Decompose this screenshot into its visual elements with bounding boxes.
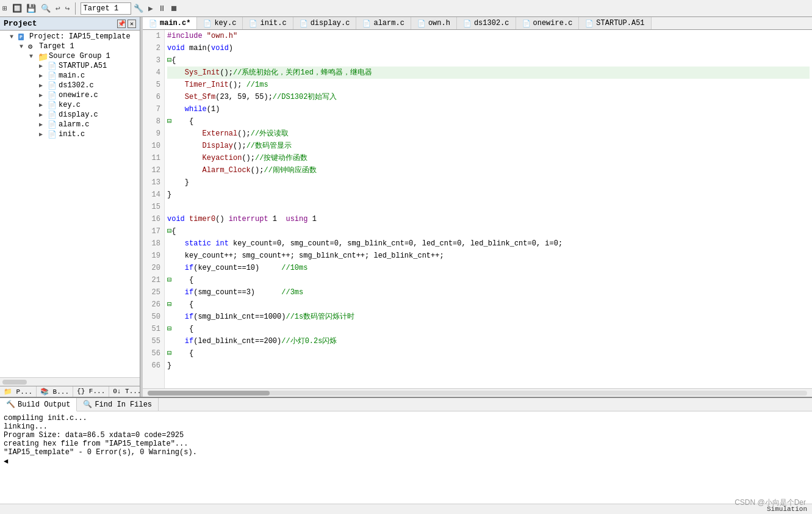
tab-own-h[interactable]: 📄 own.h: [411, 17, 457, 29]
file-icon-alarm: 📄: [48, 120, 57, 129]
tree-item-key[interactable]: ▶ 📄 key.c: [0, 100, 140, 110]
hscroll-thumb: [2, 380, 27, 385]
ln-21: 21: [146, 274, 160, 286]
a: ▶: [39, 92, 48, 99]
build-line-5: "IAP15_template" - 0 Error(s), 0 Warning…: [4, 448, 808, 457]
tab-startup[interactable]: 📄 STARTUP.A51: [579, 17, 651, 29]
tree-item-main[interactable]: ▶ 📄 main.c: [0, 71, 140, 81]
ln-17: 17: [146, 225, 160, 237]
project-panel-header: Project 📌 ✕: [0, 17, 140, 31]
tree-item-source-group[interactable]: ▼ 📁 Source Group 1: [0, 51, 140, 61]
panel-bottom-tabs: 📁 P... 📚 B... {} F... 0↓ T...: [0, 386, 140, 397]
tab-key-c[interactable]: 📄 key.c: [197, 17, 243, 29]
tab-ds1302-c[interactable]: 📄 ds1302.c: [457, 17, 516, 29]
tab-icon-startup: 📄: [585, 20, 594, 27]
code-line-51: ⊟ {: [167, 323, 810, 335]
file-startup: STARTUP.A51: [59, 62, 107, 70]
a: ▶: [39, 131, 48, 138]
code-editor[interactable]: 1 2 3 4 5 6 7 8 9 10 11 12 13 14 15 16 1: [143, 30, 812, 388]
tab-icon-key: 📄: [203, 20, 212, 27]
ln-56: 56: [146, 347, 160, 360]
ln-25: 25: [146, 286, 160, 299]
tree-item-ds1302[interactable]: ▶ 📄 ds1302.c: [0, 81, 140, 90]
code-line-17: ⊟{: [167, 225, 810, 237]
file-icon-display: 📄: [48, 110, 57, 119]
build-line-4: creating hex file from "IAP15_template".…: [4, 440, 808, 448]
bottom-tab-build[interactable]: 🔨 Build Output: [0, 398, 77, 411]
build-line-2: linking...: [4, 422, 808, 431]
file-display: display.c: [59, 110, 98, 119]
tree-item-target[interactable]: ▼ ⚙️ Target 1: [0, 42, 140, 51]
panel-tab-b[interactable]: 📚 B...: [37, 386, 73, 397]
code-line-12: Alarm_Clock();//闹钟响应函数: [167, 164, 810, 176]
project-icon: P: [18, 32, 28, 41]
panel-hscroll[interactable]: [0, 377, 140, 386]
code-line-2: void main(void): [167, 42, 810, 54]
ln-15: 15: [146, 201, 160, 213]
source-group-label: Source Group 1: [49, 52, 110, 60]
scrollbar-thumb: [148, 391, 270, 396]
tab-init-c[interactable]: 📄 init.c: [243, 17, 293, 29]
file-onewire: onewire.c: [59, 91, 98, 100]
panel-tab-f[interactable]: {} F...: [73, 386, 109, 397]
ln-11: 11: [146, 152, 160, 164]
code-line-21: ⊟ {: [167, 274, 810, 286]
tab-label-main: main.c*: [160, 19, 190, 27]
ln-2: 2: [146, 42, 160, 54]
code-line-16: void timer0() interrupt 1 using 1: [167, 213, 810, 225]
tree-item-startup[interactable]: ▶ 📄 STARTUP.A51: [0, 61, 140, 71]
toolbar-icons2: 🔧 ▶ ⏸ ⏹: [134, 4, 178, 13]
ln-50: 50: [146, 311, 160, 323]
tree-item-alarm[interactable]: ▶ 📄 alarm.c: [0, 120, 140, 129]
code-line-1: #include "own.h": [167, 30, 810, 42]
code-line-3: ⊟{: [167, 54, 810, 67]
file-key: key.c: [59, 101, 81, 109]
code-line-55: if(led_blink_cnt==200)//小灯0.2s闪烁: [167, 335, 810, 347]
panel-header-buttons: 📌 ✕: [117, 20, 136, 28]
ln-19: 19: [146, 250, 160, 262]
tab-label-ds1302: ds1302.c: [474, 19, 509, 27]
tree-item-init[interactable]: ▶ 📄 init.c: [0, 129, 140, 139]
main-area: Project 📌 ✕ ▼ P Project: IAP15_template …: [0, 17, 812, 397]
ln-13: 13: [146, 176, 160, 189]
tree-item-project[interactable]: ▼ P Project: IAP15_template: [0, 32, 140, 42]
tab-icon-main: 📄: [149, 20, 157, 27]
panel-tab-p[interactable]: 📁 P...: [0, 386, 37, 397]
bottom-tab-build-label: Build Output: [18, 400, 70, 409]
toolbar: ⊞ 🔲 💾 🔍 ↩ ↪ Target 1 🔧 ▶ ⏸ ⏹: [0, 0, 812, 17]
tab-onewire-c[interactable]: 📄 onewire.c: [516, 17, 580, 29]
tab-label-alarm: alarm.c: [373, 19, 404, 27]
code-line-10: Display();//数码管显示: [167, 140, 810, 152]
ln-7: 7: [146, 103, 160, 115]
panel-pin-button[interactable]: 📌: [117, 20, 126, 28]
ln-9: 9: [146, 128, 160, 140]
tab-alarm-c[interactable]: 📄 alarm.c: [356, 17, 411, 29]
file-init: init.c: [59, 130, 85, 139]
target-selector[interactable]: Target 1: [81, 2, 132, 15]
project-panel-title: Project: [4, 19, 37, 28]
status-text: Simulation: [767, 505, 807, 513]
code-line-7: while(1): [167, 103, 810, 115]
tree-item-onewire[interactable]: ▶ 📄 onewire.c: [0, 90, 140, 100]
tab-label-display: display.c: [311, 19, 350, 27]
panel-close-button[interactable]: ✕: [128, 20, 136, 28]
a: ▶: [39, 111, 48, 118]
tab-main-c[interactable]: 📄 main.c*: [143, 17, 197, 30]
build-output-panel: compiling init.c... linking... Program S…: [0, 411, 812, 504]
build-line-3: Program Size: data=86.5 xdata=0 code=292…: [4, 431, 808, 440]
toolbar-separator: [75, 2, 76, 15]
ln-20: 20: [146, 262, 160, 274]
code-line-26: ⊟ {: [167, 299, 810, 311]
tree-arrow: ▼: [10, 34, 18, 40]
panel-tab-t[interactable]: 0↓ T...: [109, 386, 140, 397]
file-icon-startup: 📄: [48, 62, 57, 70]
code-scrollbar[interactable]: [143, 388, 812, 397]
code-line-18: static int key_count=0, smg_count=0, smg…: [167, 237, 810, 250]
tab-display-c[interactable]: 📄 display.c: [293, 17, 357, 29]
ln-12: 12: [146, 164, 160, 176]
tab-icon-display: 📄: [300, 20, 308, 27]
ln-5: 5: [146, 79, 160, 91]
bottom-tab-find[interactable]: 🔍 Find In Files: [77, 398, 159, 411]
tree-item-display[interactable]: ▶ 📄 display.c: [0, 110, 140, 120]
code-lines: #include "own.h" void main(void) ⊟{ Sys_…: [165, 30, 812, 388]
